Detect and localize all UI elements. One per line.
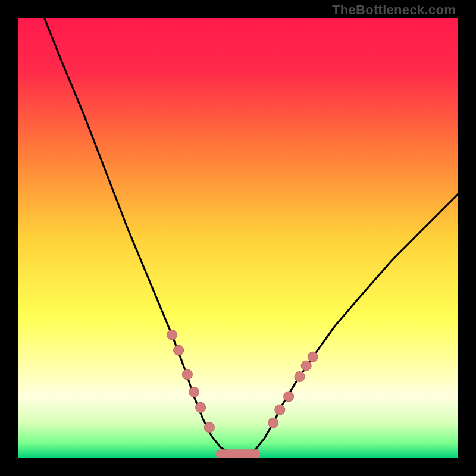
- marker-point: [275, 405, 285, 415]
- marker-point: [189, 387, 199, 397]
- marker-point: [196, 402, 206, 412]
- marker-point: [174, 345, 184, 355]
- marker-point: [284, 392, 294, 402]
- watermark-text: TheBottleneck.com: [332, 2, 456, 18]
- marker-point: [167, 330, 177, 340]
- marker-point: [308, 352, 318, 362]
- marker-point: [301, 361, 311, 371]
- chart-frame: [18, 18, 458, 458]
- optimal-band: [216, 449, 260, 458]
- chart-svg: [18, 18, 458, 458]
- marker-point: [268, 418, 278, 428]
- marker-point: [295, 372, 305, 382]
- marker-point: [182, 369, 192, 380]
- marker-point: [204, 422, 214, 433]
- gradient-background: [18, 18, 458, 458]
